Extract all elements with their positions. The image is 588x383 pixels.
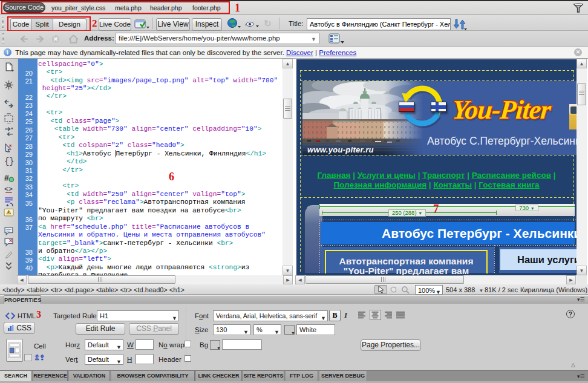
svg-text:{}: {} <box>4 157 14 166</box>
svg-text:#: # <box>4 173 9 183</box>
svg-text:You-Piter: You-Piter <box>451 95 553 125</box>
